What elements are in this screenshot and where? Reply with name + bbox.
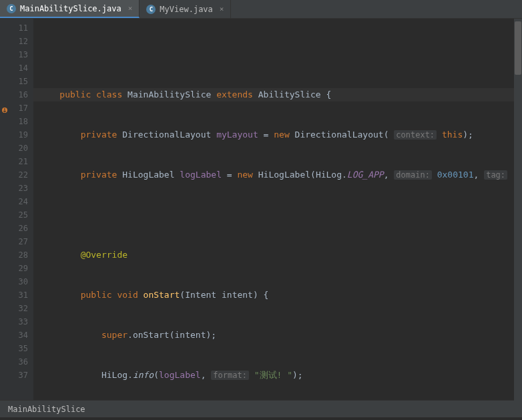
line-number: 32	[3, 302, 28, 315]
line-number: 27	[3, 235, 28, 248]
line-number: 29	[3, 262, 28, 275]
line-number: 35	[3, 342, 28, 355]
line-number: 24	[3, 195, 28, 208]
line-number: 26	[3, 222, 28, 235]
line-number: 14	[3, 61, 28, 75]
code-line	[33, 208, 522, 222]
line-number: 17	[3, 101, 28, 115]
code-line: public void onStart(Intent intent) {	[33, 288, 522, 302]
line-number: 22	[3, 168, 28, 182]
line-number: 23	[3, 182, 28, 195]
code-line: super.onStart(intent);	[33, 329, 522, 342]
java-class-icon: C	[7, 4, 16, 13]
line-number: 25	[3, 208, 28, 222]
override-marker-icon[interactable]	[1, 104, 8, 111]
vertical-scrollbar[interactable]	[514, 19, 522, 403]
editor-tabs: C MainAbilitySlice.java × C MyView.java …	[0, 0, 522, 19]
line-number: 21	[3, 155, 28, 168]
line-number: 15	[3, 75, 28, 88]
line-gutter: 1112131415161718192021222324252627282930…	[0, 19, 33, 400]
line-number: 34	[3, 329, 28, 342]
code-editor[interactable]: 1112131415161718192021222324252627282930…	[0, 19, 522, 400]
code-line: private DirectionalLayout myLayout = new…	[33, 128, 522, 142]
tab-label: MainAbilitySlice.java	[20, 4, 121, 13]
line-number: 33	[3, 315, 28, 329]
tab-my-view[interactable]: C MyView.java ×	[140, 0, 231, 18]
scroll-thumb[interactable]	[515, 21, 521, 75]
line-number: 37	[3, 369, 28, 382]
line-number: 11	[3, 21, 28, 35]
code-area[interactable]: public class MainAbilitySlice extends Ab…	[33, 19, 522, 400]
code-line: HiLog.info(logLabel, format: "测试! ");	[33, 369, 522, 382]
line-number: 28	[3, 248, 28, 262]
close-icon[interactable]: ×	[128, 4, 133, 13]
line-number: 13	[3, 48, 28, 61]
line-number: 19	[3, 128, 28, 142]
line-number: 16	[3, 88, 28, 101]
code-line: @Override	[33, 248, 522, 262]
tab-main-ability-slice[interactable]: C MainAbilitySlice.java ×	[0, 0, 140, 18]
line-number: 30	[3, 275, 28, 288]
code-line: private HiLogLabel logLabel = new HiLogL…	[33, 168, 522, 182]
code-line	[33, 48, 522, 61]
breadcrumb-item[interactable]: MainAbilitySlice	[8, 405, 85, 414]
breadcrumb-bar[interactable]: MainAbilitySlice	[0, 400, 522, 417]
tab-label: MyView.java	[160, 5, 212, 14]
line-number: 36	[3, 355, 28, 369]
code-line: public class MainAbilitySlice extends Ab…	[33, 88, 522, 101]
java-class-icon: C	[146, 5, 156, 14]
line-number: 12	[3, 35, 28, 48]
close-icon[interactable]: ×	[220, 5, 224, 13]
line-number: 18	[3, 115, 28, 128]
line-number: 20	[3, 142, 28, 155]
line-number: 31	[3, 288, 28, 302]
